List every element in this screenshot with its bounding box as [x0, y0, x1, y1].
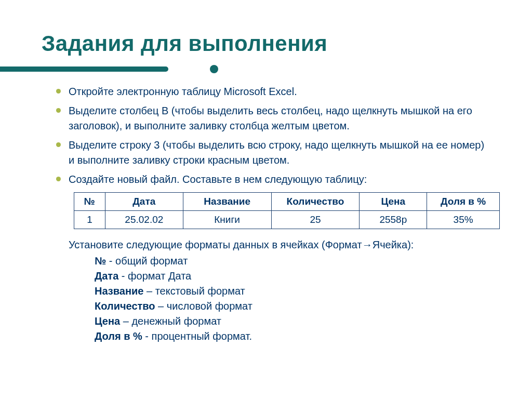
list-item: Откройте электронную таблицу Microsoft E… — [56, 84, 490, 99]
format-label: Название — [95, 285, 143, 297]
cell-date: 25.02.02 — [105, 211, 183, 229]
formats-list: № - общий формат Дата - формат Дата Назв… — [95, 254, 490, 344]
note-suffix: Ячейка): — [373, 239, 414, 250]
arrow-icon: → — [362, 239, 373, 250]
format-line: Название – текстовый формат — [95, 284, 490, 299]
format-desc: - формат Дата — [118, 270, 191, 282]
page-title: Задания для выполнения — [42, 31, 490, 56]
list-item: Выделите строку 3 (чтобы выделить всю ст… — [56, 138, 490, 168]
format-label: № — [95, 255, 106, 267]
cell-price: 2558р — [360, 211, 427, 229]
format-label: Дата — [95, 270, 118, 282]
col-share: Доля в % — [427, 193, 500, 211]
slide: Задания для выполнения Откройте электрон… — [0, 0, 532, 399]
task-list: Откройте электронную таблицу Microsoft E… — [42, 84, 490, 187]
list-item: Создайте новый файл. Составьте в нем сле… — [56, 172, 490, 187]
format-desc: - общий формат — [106, 255, 188, 267]
format-line: Дата - формат Дата — [95, 269, 490, 284]
cell-name: Книги — [183, 211, 271, 229]
table-row: 1 25.02.02 Книги 25 2558р 35% — [74, 211, 500, 229]
title-underline — [42, 65, 490, 73]
format-desc: - процентный формат. — [142, 330, 252, 342]
example-table: № Дата Название Количество Цена Доля в %… — [74, 192, 500, 229]
format-line: № - общий формат — [95, 254, 490, 269]
col-num: № — [74, 193, 105, 211]
format-line: Количество – числовой формат — [95, 299, 490, 314]
format-desc: – текстовый формат — [143, 285, 245, 297]
cell-share: 35% — [427, 211, 500, 229]
formats-note: Установите следующие форматы данных в яч… — [69, 237, 490, 252]
format-label: Цена — [95, 315, 120, 327]
col-date: Дата — [105, 193, 183, 211]
format-line: Доля в % - процентный формат. — [95, 329, 490, 344]
note-prefix: Установите следующие форматы данных в яч… — [69, 239, 362, 250]
underline-cap — [210, 65, 218, 73]
underline-bar — [0, 66, 168, 72]
cell-num: 1 — [74, 211, 105, 229]
col-qty: Количество — [271, 193, 360, 211]
format-label: Доля в % — [95, 330, 142, 342]
format-desc: – денежный формат — [120, 315, 221, 327]
list-item: Выделите столбец В (чтобы выделить весь … — [56, 103, 490, 134]
format-line: Цена – денежный формат — [95, 314, 490, 329]
format-label: Количество — [95, 300, 155, 312]
col-price: Цена — [360, 193, 427, 211]
cell-qty: 25 — [271, 211, 360, 229]
format-desc: – числовой формат — [155, 300, 252, 312]
col-name: Название — [183, 193, 271, 211]
table-header-row: № Дата Название Количество Цена Доля в % — [74, 193, 500, 211]
